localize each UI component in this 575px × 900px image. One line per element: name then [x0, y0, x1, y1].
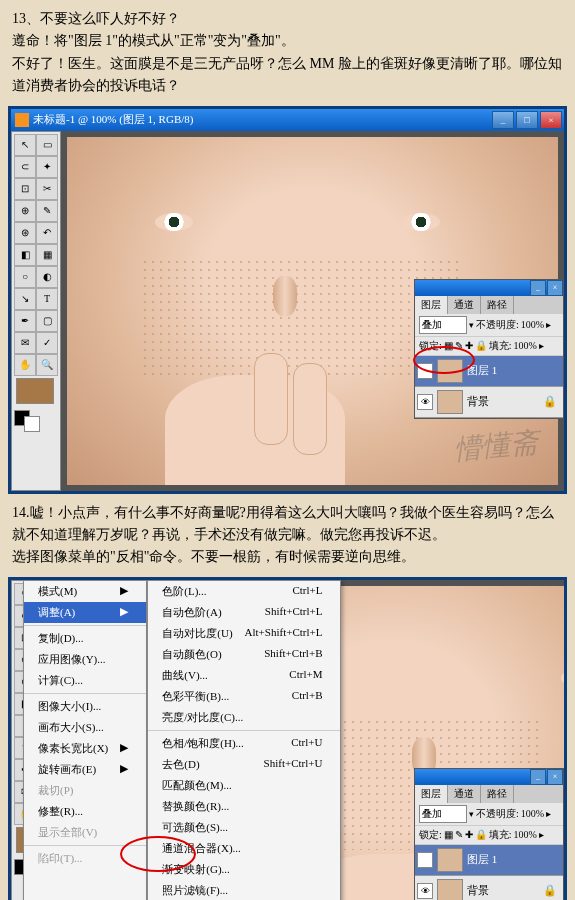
hand-tool[interactable]: ✋	[14, 354, 36, 376]
visibility-icon[interactable]: 👁	[417, 883, 433, 899]
lock-move-icon[interactable]: ✚	[465, 340, 473, 351]
gradient-tool[interactable]: ▦	[36, 244, 58, 266]
lock-trans-icon[interactable]: ▦	[444, 829, 453, 840]
menu-item[interactable]: 自动对比度(U)Alt+Shift+Ctrl+L	[148, 623, 340, 644]
lock-brush-icon[interactable]: ✎	[455, 340, 463, 351]
lock-all-icon[interactable]: 🔒	[475, 829, 487, 840]
menu-item[interactable]: 应用图像(Y)...	[24, 649, 146, 670]
menu-item[interactable]: 渐变映射(G)...	[148, 859, 340, 880]
menu-item[interactable]: 像素长宽比(X)▶	[24, 738, 146, 759]
layer-thumbnail[interactable]	[437, 848, 463, 872]
heal-tool[interactable]: ⊕	[14, 200, 36, 222]
notes-tool[interactable]: ✉	[14, 332, 36, 354]
tab-paths[interactable]: 路径	[481, 296, 514, 314]
titlebar[interactable]: 未标题-1 @ 100% (图层 1, RGB/8) _ □ ×	[11, 109, 564, 131]
menu-item[interactable]: 照片滤镜(F)...	[148, 880, 340, 900]
menu-item[interactable]: 修整(R)...	[24, 801, 146, 822]
slice-tool[interactable]: ✂	[36, 178, 58, 200]
eyedrop-tool[interactable]: ✓	[36, 332, 58, 354]
menu-item[interactable]: 色彩平衡(B)...Ctrl+B	[148, 686, 340, 707]
dodge-tool[interactable]: ◐	[36, 266, 58, 288]
minimize-button[interactable]: _	[492, 111, 514, 129]
menu-item[interactable]: 曲线(V)...Ctrl+M	[148, 665, 340, 686]
menu-item[interactable]: 通道混合器(X)...	[148, 838, 340, 859]
menu-item[interactable]: 调整(A)▶	[24, 602, 146, 623]
image-menu[interactable]: 模式(M)▶调整(A)▶复制(D)...应用图像(Y)...计算(C)...图像…	[23, 580, 147, 900]
menu-item[interactable]: 计算(C)...	[24, 670, 146, 691]
menu-item[interactable]: 替换颜色(R)...	[148, 796, 340, 817]
stamp-tool[interactable]: ⊛	[14, 222, 36, 244]
blend-mode-dropdown[interactable]: 叠加	[419, 316, 467, 334]
adjustments-submenu[interactable]: 色阶(L)...Ctrl+L自动色阶(A)Shift+Ctrl+L自动对比度(U…	[147, 580, 341, 900]
zoom-tool[interactable]: 🔍	[36, 354, 58, 376]
menu-item[interactable]: 色阶(L)...Ctrl+L	[148, 581, 340, 602]
fill-arrow-icon[interactable]: ▸	[539, 829, 544, 840]
tab-paths[interactable]: 路径	[481, 785, 514, 803]
menu-item[interactable]: 亮度/对比度(C)...	[148, 707, 340, 728]
layer-name[interactable]: 背景	[467, 394, 489, 409]
layer-name[interactable]: 背景	[467, 883, 489, 898]
dropdown-arrow-icon[interactable]: ▾	[469, 320, 474, 330]
layer-row-bg[interactable]: 👁 背景 🔒	[415, 387, 563, 418]
blend-mode-dropdown[interactable]: 叠加	[419, 805, 467, 823]
visibility-icon[interactable]: 👁	[417, 363, 433, 379]
panel-close-icon[interactable]: ×	[547, 769, 563, 785]
layer-row-bg[interactable]: 👁 背景 🔒	[415, 876, 563, 900]
layer-thumbnail[interactable]	[437, 879, 463, 900]
close-button[interactable]: ×	[540, 111, 562, 129]
type-tool[interactable]: T	[36, 288, 58, 310]
path-tool[interactable]: ↘	[14, 288, 36, 310]
menu-item[interactable]: 图像大小(I)...	[24, 696, 146, 717]
pen-tool[interactable]: ✒	[14, 310, 36, 332]
menu-item[interactable]: 复制(D)...	[24, 628, 146, 649]
menu-item[interactable]: 裁切(P)	[24, 780, 146, 801]
crop-tool[interactable]: ⊡	[14, 178, 36, 200]
opacity-value[interactable]: 100%	[521, 808, 544, 819]
layer-thumbnail[interactable]	[437, 390, 463, 414]
tab-channels[interactable]: 通道	[448, 785, 481, 803]
layer-thumbnail[interactable]	[437, 359, 463, 383]
maximize-button[interactable]: □	[516, 111, 538, 129]
lock-move-icon[interactable]: ✚	[465, 829, 473, 840]
visibility-icon[interactable]: 👁	[417, 852, 433, 868]
lock-all-icon[interactable]: 🔒	[475, 340, 487, 351]
panel-min-icon[interactable]: _	[530, 769, 546, 785]
move-tool[interactable]: ↖	[14, 134, 36, 156]
menu-item[interactable]: 显示全部(V)	[24, 822, 146, 843]
lock-brush-icon[interactable]: ✎	[455, 829, 463, 840]
tab-layers[interactable]: 图层	[415, 785, 448, 803]
menu-item[interactable]: 匹配颜色(M)...	[148, 775, 340, 796]
menu-item[interactable]: 陷印(T)...	[24, 848, 146, 869]
menu-item[interactable]: 模式(M)▶	[24, 581, 146, 602]
background-color[interactable]	[24, 416, 40, 432]
menu-item[interactable]: 自动颜色(O)Shift+Ctrl+B	[148, 644, 340, 665]
layer-name[interactable]: 图层 1	[467, 852, 497, 867]
opacity-arrow-icon[interactable]: ▸	[546, 319, 551, 330]
layer-name[interactable]: 图层 1	[467, 363, 497, 378]
opacity-value[interactable]: 100%	[521, 319, 544, 330]
shape-tool[interactable]: ▢	[36, 310, 58, 332]
marquee-tool[interactable]: ▭	[36, 134, 58, 156]
panel-min-icon[interactable]: _	[530, 280, 546, 296]
menu-item[interactable]: 可选颜色(S)...	[148, 817, 340, 838]
fill-value[interactable]: 100%	[514, 340, 537, 351]
fill-value[interactable]: 100%	[514, 829, 537, 840]
visibility-icon[interactable]: 👁	[417, 394, 433, 410]
menu-item[interactable]: 自动色阶(A)Shift+Ctrl+L	[148, 602, 340, 623]
layer-row-1[interactable]: 👁 图层 1	[415, 845, 563, 876]
lasso-tool[interactable]: ⊂	[14, 156, 36, 178]
menu-item[interactable]: 色相/饱和度(H)...Ctrl+U	[148, 733, 340, 754]
lock-trans-icon[interactable]: ▦	[444, 340, 453, 351]
layer-row-1[interactable]: 👁 图层 1	[415, 356, 563, 387]
brush-tool[interactable]: ✎	[36, 200, 58, 222]
tab-channels[interactable]: 通道	[448, 296, 481, 314]
fill-arrow-icon[interactable]: ▸	[539, 340, 544, 351]
eraser-tool[interactable]: ◧	[14, 244, 36, 266]
wand-tool[interactable]: ✦	[36, 156, 58, 178]
menu-item[interactable]: 画布大小(S)...	[24, 717, 146, 738]
dropdown-arrow-icon[interactable]: ▾	[469, 809, 474, 819]
blur-tool[interactable]: ○	[14, 266, 36, 288]
tab-layers[interactable]: 图层	[415, 296, 448, 314]
history-tool[interactable]: ↶	[36, 222, 58, 244]
opacity-arrow-icon[interactable]: ▸	[546, 808, 551, 819]
